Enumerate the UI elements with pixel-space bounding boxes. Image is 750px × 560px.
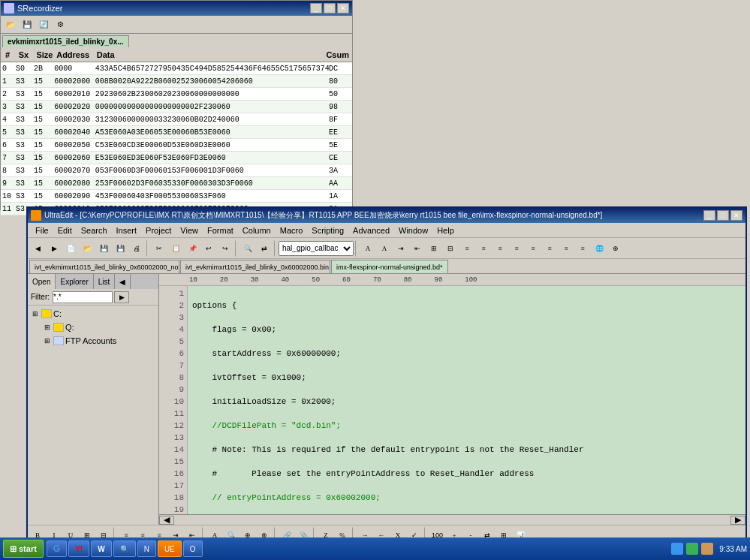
ue-tbtn-redo[interactable]: ↪ — [217, 240, 233, 257]
taskbar-item-g[interactable]: G — [47, 540, 67, 557]
close-button[interactable]: ✕ — [337, 3, 349, 14]
menu-column[interactable]: Column — [238, 224, 276, 236]
taskbar-right: 9:33 AM — [671, 543, 747, 555]
toolbar-btn-1[interactable]: 📂 — [2, 17, 19, 32]
ue-tbtn-a6[interactable]: ⊟ — [442, 240, 459, 257]
menu-file[interactable]: File — [31, 224, 53, 236]
col-num: # — [4, 50, 16, 59]
ue-tbtn-cut[interactable]: ✂ — [151, 240, 167, 257]
taskbar-item-o[interactable]: O — [183, 540, 203, 557]
ue-tbtn-replace[interactable]: ⇄ — [256, 240, 273, 257]
ue-tbtn-a2[interactable]: A — [376, 240, 393, 257]
filter-input[interactable] — [53, 291, 113, 303]
srecordizer-tab-active[interactable]: evkmimxrt1015_iled_blinky_0x... — [2, 35, 129, 47]
ultraedit-menubar: File Edit Search Insert Project View For… — [28, 223, 745, 238]
ue-tbtn-save2[interactable]: 💾 — [112, 240, 128, 257]
ue-tbtn-back[interactable]: ◀ — [29, 240, 46, 257]
scroll-track — [174, 516, 730, 525]
ue-tbtn-a11[interactable]: ≡ — [525, 240, 541, 257]
ue-tbtn-a7[interactable]: ≡ — [459, 240, 475, 257]
ue-tbtn-a13[interactable]: ≡ — [558, 240, 574, 257]
ue-tab-1[interactable]: ivt_evkmimxrt1015_iled_blinky_0x60002000… — [29, 260, 179, 273]
menu-project[interactable]: Project — [141, 224, 176, 236]
taskbar-item-w[interactable]: W — [91, 540, 111, 557]
code-content[interactable]: options { flags = 0x00; startAddress = 0… — [188, 286, 745, 514]
taskbar-item-search[interactable]: 🔍 — [113, 540, 136, 557]
taskbar-item-n[interactable]: N — [137, 540, 156, 557]
toolbar-btn-4[interactable]: ⚙ — [52, 17, 68, 32]
ue-tbtn-paste[interactable]: 📌 — [184, 240, 200, 257]
table-row: 10 S3 15 60002090 453F00060403F000553006… — [1, 190, 352, 203]
tree-label-ftp: FTP Accounts — [65, 336, 116, 345]
ue-tbtn-a10[interactable]: ≡ — [508, 240, 525, 257]
filter-button[interactable]: ▶ — [114, 291, 129, 303]
menu-view[interactable]: View — [176, 224, 203, 236]
ue-tbtn-copy[interactable]: 📋 — [167, 240, 184, 257]
code-line-2: flags = 0x00; — [192, 324, 741, 336]
ue-tbtn-open[interactable]: 📂 — [79, 240, 95, 257]
ue-tab-2[interactable]: ivt_evkmimxrt1015_iled_blinky_0x60002000… — [180, 260, 330, 273]
panel-tab-list[interactable]: List — [94, 274, 116, 289]
ue-tbtn-a4[interactable]: ⇤ — [409, 240, 426, 257]
ue-tbtn-a12[interactable]: ≡ — [541, 240, 558, 257]
panel-tab-open[interactable]: Open — [28, 274, 56, 289]
taskbar-item-y[interactable]: Y! — [68, 540, 89, 557]
ue-tbtn-a14[interactable]: ≡ — [574, 240, 591, 257]
menu-scripting[interactable]: Scripting — [307, 224, 348, 236]
ue-tbtn-a1[interactable]: A — [360, 240, 376, 257]
panel-tab-explorer[interactable]: Explorer — [56, 274, 93, 289]
ue-maximize-button[interactable]: □ — [717, 210, 729, 221]
table-row: 6 S3 15 60002050 C53E060CD3E00060D53E060… — [1, 139, 352, 152]
menu-advanced[interactable]: Advanced — [348, 224, 394, 236]
ue-tbtn-sep1 — [146, 240, 149, 257]
minimize-button[interactable]: _ — [310, 3, 322, 14]
ue-tbtn-fwd[interactable]: ▶ — [46, 240, 62, 257]
ue-tbtn-a3[interactable]: ⇥ — [393, 240, 409, 257]
table-row: 5 S3 15 60002040 A53E060A03E06053E00060B… — [1, 126, 352, 139]
ue-tbtn-web[interactable]: 🌐 — [591, 240, 607, 257]
expander-c: ⊞ — [32, 310, 41, 318]
tree-item-c[interactable]: ⊞ C: — [29, 307, 157, 321]
menu-window[interactable]: Window — [394, 224, 432, 236]
ue-tbtn-find[interactable]: 🔍 — [239, 240, 256, 257]
start-button[interactable]: ⊞ start — [3, 540, 44, 558]
taskbar-item-b[interactable]: UE — [158, 540, 182, 557]
tree-item-ftp[interactable]: ⊞ FTP Accounts — [29, 334, 157, 348]
taskbar-icon-y: Y! — [75, 545, 83, 553]
line-numbers: 1 2 3 4 5 6 7 8 9 10 11 12 13 14 15 16 1 — [159, 286, 188, 514]
ue-tbtn-print[interactable]: 🖨 — [128, 240, 145, 257]
toolbar-btn-2[interactable]: 💾 — [19, 17, 35, 32]
menu-format[interactable]: Format — [203, 224, 238, 236]
ue-tbtn-save[interactable]: 💾 — [95, 240, 112, 257]
systray-icon-3 — [701, 543, 713, 555]
ue-tbtn-a5[interactable]: ⊞ — [426, 240, 442, 257]
table-row: 9 S3 15 60002080 253F00602D3F06035330F00… — [1, 177, 352, 190]
ue-tbtn-a8[interactable]: ≡ — [475, 240, 492, 257]
menu-macro[interactable]: Macro — [276, 224, 308, 236]
ue-tbtn-a15[interactable]: ⊕ — [607, 240, 624, 257]
toolbar-btn-3[interactable]: 🔄 — [35, 17, 52, 32]
tree-label-c: C: — [53, 309, 62, 318]
menu-search[interactable]: Search — [77, 224, 112, 236]
ue-tab-3[interactable]: imx-flexspinor-normal-unsigned.bd* — [331, 260, 448, 273]
start-label: start — [19, 544, 37, 553]
ue-minimize-button[interactable]: _ — [703, 210, 715, 221]
ultraedit-icon — [31, 210, 41, 221]
function-dropdown[interactable]: hal_gpio_callbac — [279, 241, 354, 256]
ruler: 10 20 30 40 50 60 70 80 90 100 — [159, 274, 745, 286]
ue-close-button[interactable]: ✕ — [730, 210, 742, 221]
panel-tab-arrow[interactable]: ◀ — [115, 274, 131, 289]
menu-insert[interactable]: Insert — [112, 224, 142, 236]
tree-item-q[interactable]: ⊞ Q: — [29, 321, 157, 334]
ue-tbtn-undo[interactable]: ↩ — [200, 240, 217, 257]
code-editor[interactable]: 1 2 3 4 5 6 7 8 9 10 11 12 13 14 15 16 1 — [159, 286, 745, 514]
ue-tbtn-a9[interactable]: ≡ — [492, 240, 508, 257]
scroll-right[interactable]: ▶ — [730, 516, 745, 525]
scroll-left[interactable]: ◀ — [159, 516, 174, 525]
menu-help[interactable]: Help — [432, 224, 459, 236]
hscrollbar[interactable]: ◀ ▶ — [159, 514, 745, 525]
ultraedit-controls: _ □ ✕ — [703, 210, 742, 221]
ue-tbtn-new[interactable]: 📄 — [62, 240, 79, 257]
maximize-button[interactable]: □ — [324, 3, 336, 14]
menu-edit[interactable]: Edit — [53, 224, 77, 236]
